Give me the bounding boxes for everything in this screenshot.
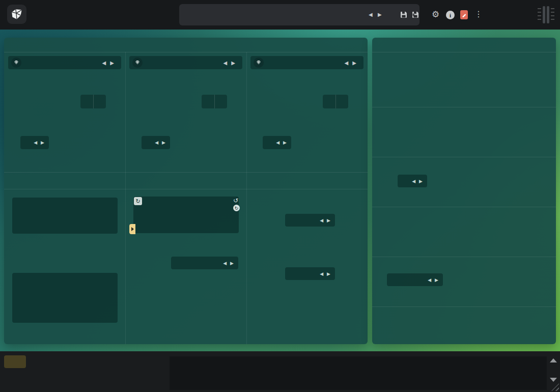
- preset-box[interactable]: ◀ ▶: [179, 4, 419, 25]
- layer-column-2: ◀ ▶ ◀▶ ↻ ↺ ↻ ◀▶: [125, 52, 246, 344]
- effects-panel: ◀▶ ◀▶: [372, 38, 556, 344]
- loop-dropdown[interactable]: ◀▶: [171, 257, 238, 269]
- engine-waveform[interactable]: [133, 197, 239, 233]
- tab-play[interactable]: [4, 355, 26, 368]
- volume-envelope-graph[interactable]: [12, 273, 118, 323]
- mute-button[interactable]: [80, 95, 93, 108]
- mute-solo: [202, 95, 227, 108]
- chorus-section: [372, 207, 556, 257]
- mute-solo: [80, 95, 106, 108]
- mute-button[interactable]: [202, 95, 214, 108]
- layer-next-icon[interactable]: ▶: [110, 60, 114, 66]
- layer-prev-icon[interactable]: ◀: [223, 60, 228, 66]
- top-bar: ◀ ▶ ⚙ i ⋮: [0, 0, 560, 30]
- filter-section: ◀▶: [372, 257, 556, 307]
- save-as-icon[interactable]: [411, 11, 419, 18]
- info-icon[interactable]: i: [446, 11, 455, 19]
- volume-envelope-toggle[interactable]: [12, 259, 24, 266]
- instrument-icon: [11, 58, 21, 68]
- layer-name-bar[interactable]: ◀ ▶: [8, 56, 121, 69]
- playhead-handle[interactable]: [129, 224, 135, 234]
- overflow-menu-icon[interactable]: ⋮: [474, 10, 483, 18]
- resize-handle[interactable]: [551, 383, 559, 391]
- loop-mode-icon[interactable]: ↻: [134, 197, 142, 205]
- layer-prev-icon[interactable]: ◀: [102, 60, 106, 66]
- bottom-bar: [0, 351, 560, 392]
- settings-gear-icon[interactable]: ⚙: [432, 10, 439, 19]
- level-meter-icon[interactable]: [538, 6, 554, 24]
- layer-next-icon[interactable]: ▶: [231, 60, 235, 66]
- compressor-section: [372, 107, 556, 157]
- preset-prev-icon[interactable]: ◀: [369, 12, 373, 17]
- pitch-stepper[interactable]: ◀▶: [142, 136, 170, 149]
- reverse-toggle[interactable]: [137, 243, 150, 250]
- pitch-stepper[interactable]: ◀▶: [20, 136, 49, 149]
- instrument-icon: [132, 58, 143, 68]
- phaser-section: [372, 306, 556, 344]
- feedback-note-icon[interactable]: [460, 10, 468, 19]
- layer-column-3: ◀ ▶ ◀▶ ◀▶ ◀▶: [246, 52, 368, 344]
- layers-panel-header: [4, 38, 368, 52]
- sample-waveform[interactable]: [12, 198, 118, 234]
- effects-panel-header: [372, 38, 556, 52]
- retrigger-icon[interactable]: ↺: [233, 197, 238, 204]
- solo-button[interactable]: [214, 95, 228, 108]
- layer-column-1: ◀ ▶ ◀▶: [4, 52, 125, 344]
- solo-button[interactable]: [93, 95, 106, 108]
- bit-crush-section: ◀▶: [372, 157, 556, 207]
- save-icon[interactable]: [400, 11, 407, 18]
- floe-logo-icon: [7, 5, 26, 24]
- loop-count-icon[interactable]: ↻: [233, 205, 240, 211]
- octave-up-icon[interactable]: [550, 358, 557, 362]
- piano-keyboard[interactable]: [170, 356, 547, 390]
- layers-panel: ◀ ▶ ◀▶ ◀ ▶: [4, 38, 368, 344]
- preset-next-icon[interactable]: ▶: [378, 12, 382, 17]
- layer-name-bar[interactable]: ◀ ▶: [129, 56, 242, 69]
- octave-down-icon[interactable]: [550, 378, 557, 382]
